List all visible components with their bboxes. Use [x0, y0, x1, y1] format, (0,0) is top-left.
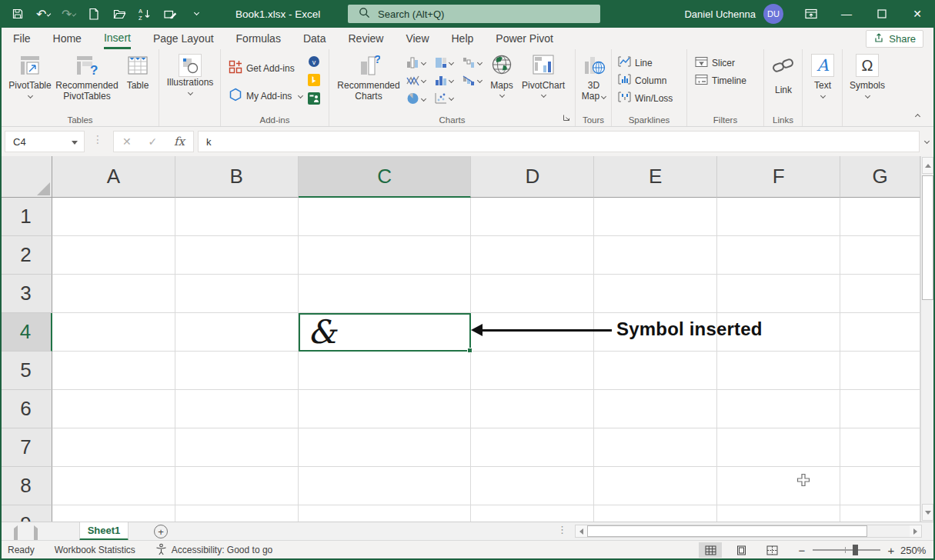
tab-insert[interactable]: Insert [104, 28, 131, 49]
column-header-b[interactable]: B [175, 156, 299, 198]
table-button[interactable]: Table [122, 54, 154, 91]
vertical-scroll-thumb[interactable] [922, 175, 933, 300]
vertical-scrollbar[interactable] [920, 156, 933, 522]
maximize-button[interactable] [864, 0, 900, 28]
sheet-tab-sheet1[interactable]: Sheet1 [79, 522, 129, 541]
column-header-g[interactable]: G [840, 156, 920, 198]
zoom-level[interactable]: 250% [900, 541, 926, 559]
cell[interactable] [594, 198, 717, 236]
pivotchart-button[interactable]: PivotChart [519, 54, 567, 97]
my-addins-button[interactable]: My Add-ins [229, 88, 302, 104]
column-header-c[interactable]: C [299, 156, 472, 198]
cell[interactable] [52, 352, 175, 390]
undo-button[interactable]: ↶ [36, 7, 50, 21]
column-header-f[interactable]: F [717, 156, 840, 198]
expand-formula-bar-icon[interactable] [924, 138, 930, 144]
cell[interactable] [840, 198, 920, 236]
illustrations-button[interactable]: Illustrations [165, 54, 215, 95]
zoom-slider-track[interactable] [813, 549, 880, 551]
fill-handle[interactable] [467, 348, 473, 353]
close-button[interactable]: ✕ [900, 0, 935, 28]
tab-scrollbar-splitter[interactable]: ⋮ [557, 524, 567, 535]
zoom-in-icon[interactable]: + [883, 541, 899, 559]
cell[interactable] [717, 198, 840, 236]
link-button[interactable]: Link [770, 54, 797, 95]
cell[interactable] [717, 352, 840, 390]
people-graph-addin-icon[interactable] [308, 92, 320, 108]
recommended-charts-button[interactable]: ? Recommended Charts [334, 54, 403, 102]
row-header-9[interactable]: 9 [0, 505, 52, 522]
ribbon-display-options-icon[interactable] [793, 0, 829, 28]
cell[interactable] [840, 275, 920, 313]
cell[interactable] [717, 467, 840, 505]
bing-maps-addin-icon[interactable] [308, 74, 320, 89]
row-header-1[interactable]: 1 [0, 198, 52, 236]
visio-addin-icon[interactable]: v [308, 55, 320, 71]
cell[interactable] [840, 390, 920, 428]
column-header-e[interactable]: E [594, 156, 717, 198]
insert-pie-chart-button[interactable] [406, 92, 426, 105]
cancel-entry-icon[interactable]: ✕ [122, 135, 132, 148]
scroll-left-icon[interactable] [576, 525, 587, 537]
user-name[interactable]: Daniel Uchenna [684, 0, 756, 28]
scroll-right-icon[interactable] [910, 525, 921, 537]
cell[interactable] [471, 505, 594, 522]
symbols-button[interactable]: Ω Symbols [853, 54, 882, 98]
email-annotate-icon[interactable] [163, 7, 177, 21]
cell[interactable] [299, 467, 472, 505]
cell[interactable] [52, 428, 175, 467]
cell[interactable] [471, 467, 594, 505]
tab-file[interactable]: File [13, 28, 31, 49]
sparkline-winloss-button[interactable]: Win/Loss [618, 92, 673, 105]
horizontal-scrollbar[interactable] [575, 525, 922, 538]
minimize-button[interactable]: — [829, 0, 864, 28]
workbook-statistics-button[interactable]: Workbook Statistics [55, 545, 135, 555]
cell[interactable] [840, 428, 920, 467]
horizontal-scroll-thumb[interactable] [587, 525, 867, 537]
scroll-down-icon[interactable] [922, 504, 933, 521]
row-header-7[interactable]: 7 [0, 428, 52, 467]
cell[interactable] [299, 505, 472, 522]
row-header-5[interactable]: 5 [0, 352, 52, 390]
cell[interactable] [594, 352, 717, 390]
normal-view-icon[interactable] [699, 542, 722, 558]
customize-qat-chevron-icon[interactable] [189, 7, 202, 21]
sort-ascending-icon[interactable]: AZ [138, 7, 152, 21]
save-icon[interactable] [11, 7, 25, 21]
redo-button[interactable]: ↷ [62, 7, 75, 21]
cell[interactable] [717, 505, 840, 522]
cell[interactable] [471, 313, 594, 352]
cell[interactable] [717, 236, 840, 275]
page-break-preview-icon[interactable] [760, 542, 783, 558]
cell[interactable] [471, 390, 594, 428]
page-layout-view-icon[interactable] [730, 542, 753, 558]
insert-waterfall-chart-button[interactable] [462, 57, 482, 68]
cell[interactable] [840, 313, 920, 352]
row-header-3[interactable]: 3 [0, 275, 52, 313]
cell[interactable] [52, 275, 175, 313]
new-sheet-button[interactable]: + [154, 525, 168, 538]
cell[interactable] [594, 390, 717, 428]
get-addins-button[interactable]: Get Add-ins [229, 60, 295, 76]
cell[interactable] [175, 313, 299, 352]
accessibility-status[interactable]: Accessibility: Good to go [155, 543, 272, 558]
column-header-a[interactable]: A [52, 156, 175, 198]
tab-view[interactable]: View [406, 28, 429, 49]
row-header-8[interactable]: 8 [0, 467, 52, 505]
name-box[interactable]: C4 [5, 131, 85, 152]
name-box-dropdown-icon[interactable] [72, 141, 78, 145]
tab-data[interactable]: Data [303, 28, 326, 49]
cell[interactable] [175, 236, 299, 275]
cell[interactable] [52, 505, 175, 522]
cell[interactable] [175, 275, 299, 313]
insert-combo-chart-button[interactable] [462, 75, 482, 86]
recommended-pivottables-button[interactable]: ? Recommended PivotTables [54, 54, 120, 102]
tab-help[interactable]: Help [452, 28, 474, 49]
cell[interactable] [52, 313, 175, 352]
cell[interactable] [299, 275, 472, 313]
tab-review[interactable]: Review [349, 28, 384, 49]
insert-statistic-chart-button[interactable] [435, 75, 453, 86]
share-button[interactable]: Share [866, 30, 923, 48]
insert-hierarchy-chart-button[interactable] [435, 57, 453, 68]
zoom-out-icon[interactable]: − [794, 541, 810, 559]
